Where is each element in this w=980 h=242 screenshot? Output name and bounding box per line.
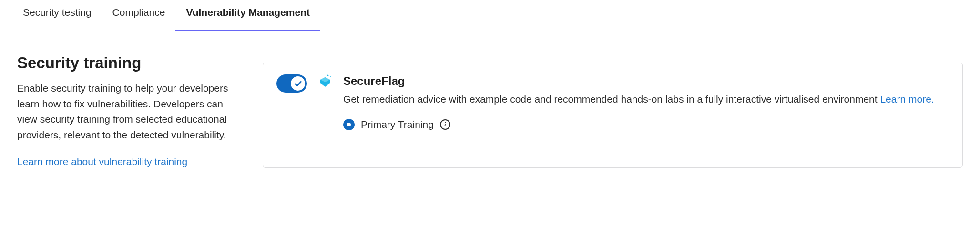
provider-learn-more-link[interactable]: Learn more. bbox=[880, 94, 934, 105]
svg-point-1 bbox=[330, 76, 331, 77]
provider-enable-toggle[interactable] bbox=[276, 74, 307, 93]
section-description: Enable security training to help your de… bbox=[17, 81, 234, 143]
primary-training-label: Primary Training bbox=[361, 119, 434, 130]
tab-vulnerability-management[interactable]: Vulnerability Management bbox=[175, 0, 320, 31]
content-area: Security training Enable security traini… bbox=[0, 31, 980, 173]
section-title: Security training bbox=[17, 54, 234, 72]
provider-name: SecureFlag bbox=[343, 74, 949, 88]
provider-info: SecureFlag Get remediation advice with e… bbox=[343, 74, 949, 130]
tabs-nav: Security testing Compliance Vulnerabilit… bbox=[0, 0, 980, 31]
provider-description: Get remediation advice with example code… bbox=[343, 92, 949, 107]
tab-compliance[interactable]: Compliance bbox=[102, 0, 176, 31]
section-intro: Security training Enable security traini… bbox=[17, 54, 234, 168]
toggle-knob bbox=[291, 76, 305, 91]
tab-security-testing[interactable]: Security testing bbox=[17, 0, 102, 31]
learn-more-link[interactable]: Learn more about vulnerability training bbox=[17, 156, 187, 167]
secureflag-logo-icon bbox=[317, 74, 333, 91]
info-icon[interactable]: i bbox=[440, 119, 450, 130]
svg-point-0 bbox=[327, 75, 329, 76]
provider-description-text: Get remediation advice with example code… bbox=[343, 94, 880, 105]
primary-training-radio[interactable] bbox=[343, 119, 355, 130]
provider-card: SecureFlag Get remediation advice with e… bbox=[263, 63, 963, 168]
check-icon bbox=[294, 80, 302, 88]
primary-training-row: Primary Training i bbox=[343, 119, 949, 130]
